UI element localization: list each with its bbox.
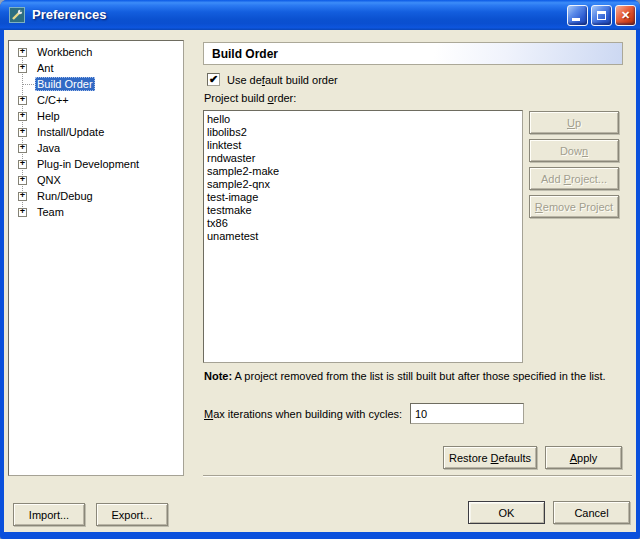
maximize-button[interactable] bbox=[591, 5, 612, 26]
list-item[interactable]: linktest bbox=[204, 139, 522, 152]
ok-button[interactable]: OK bbox=[468, 501, 545, 524]
window-title: Preferences bbox=[32, 0, 106, 30]
tree-item-java[interactable]: + Java bbox=[9, 140, 183, 156]
list-item[interactable]: sample2-make bbox=[204, 165, 522, 178]
title-bar[interactable]: Preferences ✕ bbox=[0, 0, 640, 30]
expand-icon[interactable]: + bbox=[18, 176, 27, 185]
preferences-tree[interactable]: + Workbench + Ant Build Order + C/C++ + … bbox=[8, 40, 184, 476]
tree-item-plug-in-development[interactable]: + Plug-in Development bbox=[9, 156, 183, 172]
expand-icon[interactable]: + bbox=[18, 48, 27, 57]
preferences-dialog: Preferences ✕ + Workbench + Ant Build Or… bbox=[0, 0, 640, 539]
tree-item-label: Workbench bbox=[35, 45, 94, 59]
cancel-button[interactable]: Cancel bbox=[553, 501, 630, 524]
check-icon: ✔ bbox=[209, 73, 218, 85]
max-iterations-label: Max iterations when building with cycles… bbox=[204, 408, 402, 420]
separator bbox=[203, 475, 632, 477]
import-button[interactable]: Import... bbox=[13, 503, 85, 526]
project-build-order-label: Project build order: bbox=[204, 92, 296, 104]
expand-icon[interactable]: + bbox=[18, 208, 27, 217]
expand-icon[interactable]: + bbox=[18, 96, 27, 105]
tree-item-label: Run/Debug bbox=[35, 189, 95, 203]
tree-item-label: QNX bbox=[35, 173, 63, 187]
window-controls: ✕ bbox=[567, 5, 636, 26]
dialog-body: + Workbench + Ant Build Order + C/C++ + … bbox=[4, 30, 636, 532]
up-button[interactable]: Up bbox=[529, 111, 619, 134]
tree-item-c-cpp[interactable]: + C/C++ bbox=[9, 92, 183, 108]
add-project-button[interactable]: Add Project... bbox=[529, 167, 619, 190]
use-default-build-order-row[interactable]: ✔ Use default build order bbox=[207, 72, 338, 87]
tree-item-workbench[interactable]: + Workbench bbox=[9, 44, 183, 60]
tree-item-team[interactable]: + Team bbox=[9, 204, 183, 220]
use-default-label[interactable]: Use default build order bbox=[227, 74, 338, 86]
remove-project-button[interactable]: Remove Project bbox=[529, 195, 619, 218]
note-text: Note: A project removed from the list is… bbox=[204, 370, 634, 382]
list-item[interactable]: testmake bbox=[204, 204, 522, 217]
down-button[interactable]: Down bbox=[529, 139, 619, 162]
tree-item-label: Team bbox=[35, 205, 66, 219]
apply-button[interactable]: Apply bbox=[545, 446, 622, 469]
expand-icon[interactable]: + bbox=[18, 128, 27, 137]
project-build-order-list[interactable]: hello libolibs2 linktest rndwaster sampl… bbox=[203, 110, 523, 363]
list-item[interactable]: unametest bbox=[204, 230, 522, 243]
tree-item-label: Install/Update bbox=[35, 125, 106, 139]
maximize-icon bbox=[597, 11, 606, 20]
expand-icon[interactable]: + bbox=[18, 160, 27, 169]
tree-item-label: Ant bbox=[35, 61, 56, 75]
tree-item-help[interactable]: + Help bbox=[9, 108, 183, 124]
close-button[interactable]: ✕ bbox=[615, 5, 636, 26]
tree-item-label: Plug-in Development bbox=[35, 157, 141, 171]
minimize-button[interactable] bbox=[567, 5, 588, 26]
list-item[interactable]: rndwaster bbox=[204, 152, 522, 165]
list-item[interactable]: libolibs2 bbox=[204, 126, 522, 139]
expand-icon[interactable]: + bbox=[18, 192, 27, 201]
use-default-checkbox[interactable]: ✔ bbox=[207, 73, 220, 86]
list-item[interactable]: sample2-qnx bbox=[204, 178, 522, 191]
list-item[interactable]: tx86 bbox=[204, 217, 522, 230]
expand-icon[interactable]: + bbox=[18, 144, 27, 153]
max-iterations-input[interactable] bbox=[410, 403, 524, 424]
expand-icon[interactable]: + bbox=[18, 64, 27, 73]
tree-item-install-update[interactable]: + Install/Update bbox=[9, 124, 183, 140]
tree-item-ant[interactable]: + Ant bbox=[9, 60, 183, 76]
tree-item-run-debug[interactable]: + Run/Debug bbox=[9, 188, 183, 204]
close-icon: ✕ bbox=[621, 10, 630, 21]
page-title-header: Build Order bbox=[203, 42, 623, 65]
tree-item-label: Java bbox=[35, 141, 62, 155]
minimize-icon bbox=[572, 18, 580, 21]
tree-item-label: Build Order bbox=[35, 77, 95, 91]
list-item[interactable]: test-image bbox=[204, 191, 522, 204]
tree-item-qnx[interactable]: + QNX bbox=[9, 172, 183, 188]
export-button[interactable]: Export... bbox=[96, 503, 168, 526]
page-title: Build Order bbox=[212, 47, 278, 61]
tree-item-label: C/C++ bbox=[35, 93, 71, 107]
restore-defaults-button[interactable]: Restore Defaults bbox=[443, 446, 537, 469]
tree-item-label: Help bbox=[35, 109, 62, 123]
tree-item-build-order[interactable]: Build Order bbox=[9, 76, 183, 92]
preferences-wrench-icon bbox=[9, 7, 25, 23]
list-item[interactable]: hello bbox=[204, 113, 522, 126]
expand-icon[interactable]: + bbox=[18, 112, 27, 121]
